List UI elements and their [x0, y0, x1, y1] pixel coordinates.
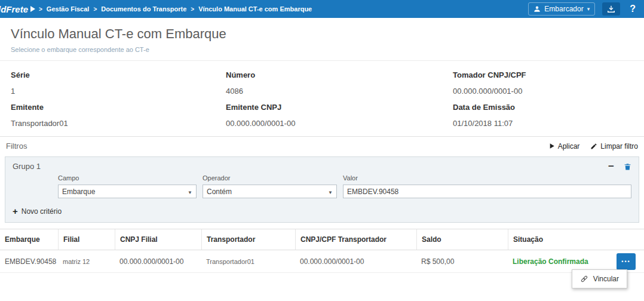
user-menu-dropdown[interactable]: Embarcador ▾ [528, 2, 595, 16]
breadcrumb-separator-icon: > [39, 6, 42, 13]
chevron-down-icon: ▾ [587, 6, 590, 12]
valor-input[interactable] [343, 185, 631, 198]
apply-filter-label: Aplicar [558, 142, 580, 150]
filters-actions: Aplicar Limpar filtro [549, 142, 638, 150]
add-criterion-label: Novo critério [22, 207, 62, 216]
breadcrumb: > Gestão Fiscal > Documentos do Transpor… [39, 5, 312, 13]
play-icon [549, 143, 555, 149]
clear-filter-label: Limpar filtro [600, 142, 638, 150]
filter-group-panel: Grupo 1 − Campo Embarque ▼ Operador [5, 156, 639, 223]
field-emitente-cnpj: Emitente CNPJ 00.000.000/0001-00 [226, 103, 453, 128]
filter-group-fields: Campo Embarque ▼ Operador Contém ▼ Valor [5, 173, 639, 201]
page-subtitle: Selecione o embarque correspondente ao C… [11, 46, 633, 53]
column-header-cnpj-filial: CNPJ Filial [115, 229, 201, 250]
pencil-icon [590, 143, 597, 150]
campo-select[interactable]: Embarque [58, 185, 197, 198]
plus-icon: + [13, 208, 18, 214]
breadcrumb-item-documentos-transporte[interactable]: Documentos do Transporte [101, 5, 186, 13]
breadcrumb-item-gestao-fiscal[interactable]: Gestão Fiscal [47, 5, 90, 13]
cell-embarque: EMBDEV.90458 [0, 257, 58, 266]
field-serie-label: Série [11, 70, 226, 79]
collapse-group-button[interactable]: − [608, 164, 614, 170]
topbar: ldFrete > Gestão Fiscal > Documentos do … [0, 0, 644, 18]
field-emitente-cnpj-label: Emitente CNPJ [226, 103, 453, 112]
delete-group-button[interactable] [624, 162, 631, 171]
table-header: Embarque Filial CNPJ Filial Transportado… [0, 229, 644, 250]
cell-filial: matriz 12 [58, 258, 115, 265]
link-icon [580, 275, 588, 283]
cell-cnpj-transportador: 00.000.000/0001-00 [295, 257, 416, 266]
field-data-emissao: Data de Emissão 01/10/2018 11:07 [453, 103, 633, 128]
field-numero-label: Número [226, 70, 453, 79]
add-criterion-button[interactable]: + Novo critério [5, 201, 639, 222]
cell-cnpj-filial: 00.000.000/0001-00 [115, 257, 201, 266]
field-tomador-cnpj-value: 00.000.000/0001-00 [453, 87, 633, 96]
field-tomador-cnpj: Tomador CNPJ/CPF 00.000.000/0001-00 [453, 70, 633, 96]
field-data-emissao-value: 01/10/2018 11:07 [453, 119, 633, 128]
valor-field: Valor [343, 174, 631, 198]
field-data-emissao-label: Data de Emissão [453, 103, 633, 112]
breadcrumb-separator-icon: > [191, 6, 194, 13]
field-numero: Número 4086 [226, 70, 453, 96]
ellipsis-icon: ••• [621, 259, 630, 265]
field-emitente-value: Transportador01 [11, 119, 226, 128]
breadcrumb-separator-icon: > [93, 6, 97, 13]
page-header: Vínculo Manual CT-e com Embarque Selecio… [0, 18, 644, 61]
apply-filter-button[interactable]: Aplicar [549, 142, 580, 150]
filters-bar: Filtros Aplicar Limpar filtro [0, 136, 644, 155]
breadcrumb-item-vinculo-manual[interactable]: Vínculo Manual CT-e com Embarque [198, 5, 312, 13]
download-button[interactable] [602, 2, 620, 16]
field-emitente-cnpj-value: 00.000.000/0001-00 [226, 119, 453, 128]
clear-filter-button[interactable]: Limpar filtro [590, 142, 638, 150]
campo-label: Campo [58, 174, 197, 182]
vincular-label: Vincular [593, 275, 619, 283]
field-serie: Série 1 [11, 70, 226, 96]
document-info-section: Série 1 Número 4086 Tomador CNPJ/CPF 00.… [0, 61, 644, 136]
cell-saldo: R$ 500,00 [416, 257, 508, 266]
field-emitente-label: Emitente [11, 103, 226, 112]
column-header-situacao: Situação [508, 229, 644, 250]
field-numero-value: 4086 [226, 87, 453, 96]
column-header-saldo: Saldo [416, 229, 508, 250]
filter-group-controls: − [608, 162, 631, 171]
vincular-menu-item[interactable]: Vincular [572, 269, 627, 288]
filters-title: Filtros [6, 142, 27, 150]
app-logo[interactable]: ldFrete [0, 4, 39, 14]
row-actions-button[interactable]: ••• [617, 253, 636, 270]
column-header-embarque: Embarque [0, 229, 58, 250]
logo-flag-icon [30, 6, 35, 12]
user-icon [533, 5, 541, 13]
field-serie-value: 1 [11, 87, 226, 96]
help-button[interactable]: ? [627, 4, 638, 14]
filter-group-title: Grupo 1 [13, 162, 41, 171]
operador-select[interactable]: Contém [203, 185, 337, 198]
operador-label: Operador [203, 174, 337, 182]
campo-field: Campo Embarque ▼ [58, 174, 197, 198]
cell-transportador: Transportador01 [201, 258, 295, 265]
download-icon [607, 5, 615, 13]
column-header-filial: Filial [58, 229, 115, 250]
app-logo-text: ldFrete [0, 4, 28, 14]
table-body: EMBDEV.90458 matriz 12 00.000.000/0001-0… [0, 250, 644, 273]
page-title: Vínculo Manual CT-e com Embarque [11, 26, 633, 42]
user-menu-label: Embarcador [544, 5, 583, 13]
column-header-transportador: Transportador [201, 229, 295, 250]
topbar-right: Embarcador ▾ ? [528, 2, 638, 16]
field-emitente: Emitente Transportador01 [11, 103, 226, 128]
table-row[interactable]: EMBDEV.90458 matriz 12 00.000.000/0001-0… [0, 250, 644, 273]
trash-icon [624, 162, 631, 171]
filter-group-header: Grupo 1 − [5, 157, 639, 173]
field-tomador-cnpj-label: Tomador CNPJ/CPF [453, 70, 633, 79]
column-header-cnpj-transportador: CNPJ/CPF Transportador [295, 229, 416, 250]
valor-label: Valor [343, 174, 631, 182]
operador-field: Operador Contém ▼ [203, 174, 337, 198]
